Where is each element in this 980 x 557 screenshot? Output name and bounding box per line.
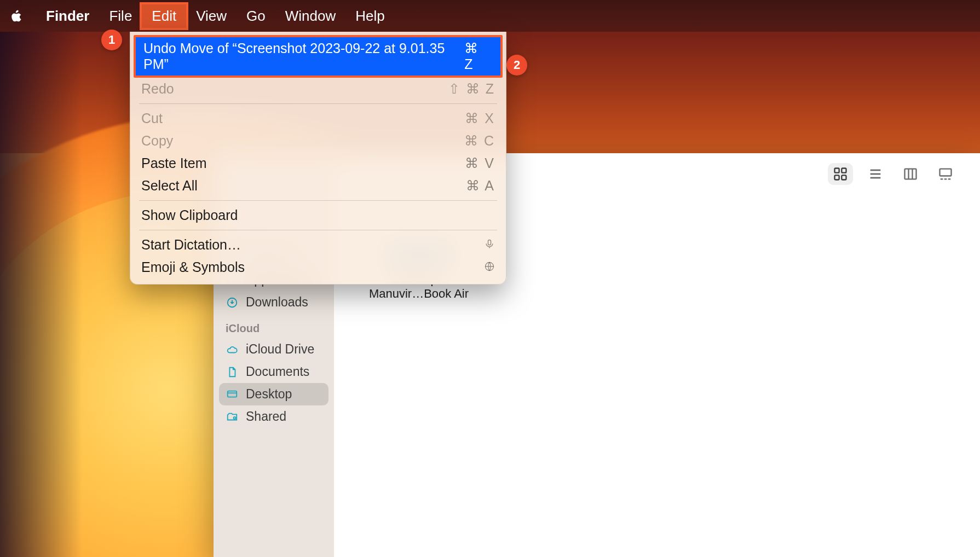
globe-icon — [484, 259, 495, 275]
annotation-badge-2: 2 — [506, 55, 527, 76]
sidebar-section-icloud: iCloud — [219, 314, 328, 338]
svg-rect-13 — [905, 169, 916, 179]
menu-start-dictation[interactable]: Start Dictation… — [134, 234, 503, 256]
menu-item-view[interactable]: View — [186, 4, 237, 28]
menu-separator — [139, 103, 497, 104]
menu-select-all[interactable]: Select All⌘ A — [134, 175, 503, 197]
menu-item-label: Redo — [141, 81, 174, 97]
menu-item-go[interactable]: Go — [237, 4, 275, 28]
sidebar-item-downloads[interactable]: Downloads — [219, 291, 328, 314]
svg-rect-8 — [835, 175, 839, 179]
view-gallery-button[interactable] — [933, 163, 958, 185]
menu-shortcut: ⌘ C — [464, 133, 495, 149]
menu-copy: Copy⌘ C — [134, 130, 503, 152]
menu-item-file[interactable]: File — [99, 4, 142, 28]
shared-icon — [226, 410, 239, 423]
menu-item-label: Paste Item — [141, 155, 207, 171]
file-label-line2: Manuvir…Book Air — [364, 287, 474, 301]
menu-item-label: Select All — [141, 178, 198, 194]
annotation-badge-1: 1 — [101, 30, 122, 50]
mic-icon — [484, 237, 495, 253]
finder-view-toolbar — [828, 163, 958, 185]
menu-show-clipboard[interactable]: Show Clipboard — [134, 204, 503, 227]
menu-separator — [139, 200, 497, 201]
cloud-icon — [226, 343, 239, 356]
view-columns-button[interactable] — [898, 163, 923, 185]
menu-undo-move-of-screenshot-2023-09-22-at-9-01-35-pm[interactable]: Undo Move of “Screenshot 2023-09-22 at 9… — [136, 37, 500, 76]
menu-item-label: Cut — [141, 111, 163, 126]
menu-shortcut: ⌘ A — [466, 178, 495, 194]
menu-shortcut: ⌘ V — [465, 155, 495, 171]
menu-item-label: Start Dictation… — [141, 237, 241, 253]
sidebar-item-desktop[interactable]: Desktop — [219, 383, 328, 405]
svg-rect-0 — [488, 240, 491, 245]
menu-shortcut: ⌘ X — [465, 111, 495, 126]
menu-item-edit[interactable]: Edit — [142, 4, 186, 28]
sidebar-item-shared[interactable]: Shared — [219, 405, 328, 428]
menu-shortcut: ⇧ ⌘ Z — [448, 81, 495, 97]
sidebar-item-label: iCloud Drive — [246, 342, 314, 357]
sidebar-item-icloud-drive[interactable]: iCloud Drive — [219, 338, 328, 361]
menu-item-label: Undo Move of “Screenshot 2023-09-22 at 9… — [143, 40, 464, 72]
menu-shortcut: ⌘ Z — [464, 40, 493, 72]
menu-separator — [139, 230, 497, 230]
sidebar-item-label: Documents — [246, 364, 309, 379]
menu-item-window[interactable]: Window — [275, 4, 345, 28]
edit-menu-dropdown: Undo Move of “Screenshot 2023-09-22 at 9… — [130, 32, 506, 285]
view-list-button[interactable] — [863, 163, 888, 185]
sidebar-item-label: Shared — [246, 409, 286, 424]
svg-rect-9 — [841, 175, 846, 179]
svg-rect-7 — [841, 169, 846, 173]
apple-menu-icon[interactable] — [9, 9, 25, 23]
download-icon — [226, 296, 239, 309]
menu-item-help[interactable]: Help — [345, 4, 394, 28]
sidebar-item-label: Downloads — [246, 295, 308, 310]
svg-rect-4 — [228, 391, 237, 397]
view-icons-button[interactable] — [828, 163, 853, 185]
menu-item-label: Show Clipboard — [141, 207, 238, 223]
menu-item-label: Copy — [141, 133, 173, 149]
menu-paste-item[interactable]: Paste Item⌘ V — [134, 152, 503, 175]
doc-icon — [226, 365, 239, 379]
svg-rect-6 — [835, 169, 839, 173]
menu-emoji-symbols[interactable]: Emoji & Symbols — [134, 256, 503, 278]
menu-bar: Finder FileEditViewGoWindowHelp — [0, 0, 980, 32]
sidebar-item-documents[interactable]: Documents — [219, 361, 328, 383]
app-name[interactable]: Finder — [36, 4, 99, 28]
svg-rect-16 — [940, 169, 952, 176]
menu-cut: Cut⌘ X — [134, 107, 503, 130]
annotation-highlight-undo: Undo Move of “Screenshot 2023-09-22 at 9… — [134, 35, 503, 78]
menu-redo: Redo⇧ ⌘ Z — [134, 78, 503, 100]
sidebar-item-label: Desktop — [246, 387, 292, 402]
menu-item-label: Emoji & Symbols — [141, 259, 245, 275]
desktop-icon — [226, 388, 239, 401]
svg-point-5 — [234, 416, 236, 419]
